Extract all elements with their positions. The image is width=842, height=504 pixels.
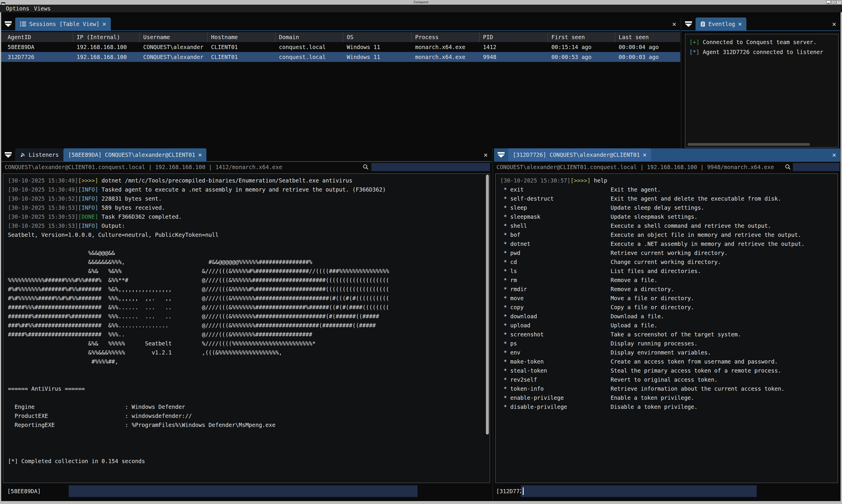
column-header[interactable]: OS <box>343 32 412 42</box>
panel-menu-button[interactable] <box>1 18 15 30</box>
chevron-down-icon <box>685 24 692 27</box>
left-console-output[interactable]: [30-10-2025 15:30:49][>>>>] dotnet /mnt/… <box>3 174 490 483</box>
console-line: [30-10-2025 15:30:52][INFO] 228831 bytes… <box>8 194 490 203</box>
console-line: * bof Execute an object file in memory a… <box>500 230 838 239</box>
splitter-bottom[interactable] <box>493 148 493 501</box>
search-input[interactable] <box>371 163 490 171</box>
window-border-right <box>841 12 842 501</box>
tab-close-icon[interactable]: ✕ <box>643 152 647 158</box>
search-input[interactable] <box>793 163 840 171</box>
console-line: * copy Copy a file or directory. <box>500 303 838 312</box>
cell: monarch.x64.exe <box>412 52 480 62</box>
column-header[interactable]: First seen <box>548 32 615 42</box>
sessions-panel: Sessions [Table View] ✕ ✕ AgentIDIP (Int… <box>1 18 680 148</box>
splitter-top[interactable] <box>681 18 681 148</box>
console-line: * ps Display running processes. <box>500 339 838 348</box>
console-line: * rm Remove a file. <box>500 276 838 285</box>
maximize-button[interactable] <box>831 0 836 4</box>
eventlog-panel: Eventlog ✕ ✕ [+] Connected to Conquest t… <box>682 18 840 148</box>
right-console-output[interactable]: [30-10-2025 15:30:57][>>>>] help * exit … <box>495 174 838 483</box>
menu-options[interactable]: Options <box>6 5 29 12</box>
column-header[interactable]: Last seen <box>615 32 680 42</box>
list-icon <box>20 21 26 27</box>
console-line: [30-10-2025 15:30:53][DONE] Task F366D36… <box>8 212 490 221</box>
agent-context-label: CONQUEST\alexander@CLIENT01.conquest.loc… <box>496 164 774 170</box>
panel-menu-button[interactable] <box>1 148 15 161</box>
right-console-tabbar: [312D7726] CONQUEST\alexander@CLIENT01 ✕… <box>494 148 840 162</box>
column-header[interactable]: IP (Internal) <box>73 32 140 42</box>
minimize-button[interactable] <box>826 0 830 4</box>
menu-bar: Options Views <box>0 5 842 12</box>
sessions-panel-close-icon[interactable]: ✕ <box>672 20 676 28</box>
session-row[interactable]: 312D7726192.168.168.100CONQUEST\alexande… <box>1 52 680 62</box>
right-console-panel-close-icon[interactable]: ✕ <box>832 151 836 159</box>
eventlog-output: [+] Connected to Conquest team server.[*… <box>685 34 839 147</box>
column-header[interactable]: Domain <box>275 32 343 42</box>
console-lines: [30-10-2025 15:30:57][>>>>] help * exit … <box>500 176 838 411</box>
right-console-inputrow: [312D7726] <box>494 485 840 497</box>
console-line <box>8 239 490 249</box>
conquest-window: Conquest ✕ Options Views Sessions [Tabl <box>0 0 842 504</box>
eventlog-tabbar: Eventlog ✕ ✕ <box>682 18 840 31</box>
column-header[interactable]: Username <box>140 32 208 42</box>
close-button[interactable]: ✕ <box>837 0 841 4</box>
console-line: #####%###################### %%%.. @////… <box>8 330 490 339</box>
tab-eventlog[interactable]: Eventlog ✕ <box>695 18 746 30</box>
tab-eventlog-label: Eventlog <box>708 21 735 27</box>
broadcast-icon <box>20 152 26 158</box>
column-header[interactable]: Process <box>412 32 480 42</box>
left-console-vscrollbar[interactable] <box>486 175 489 434</box>
panel-menu-button[interactable] <box>682 18 695 30</box>
console-line: * steal-token Steal the primary access t… <box>500 366 838 375</box>
tab-listeners[interactable]: Listeners <box>15 148 64 161</box>
console-line: &%& %%%%% Seatbelt %////((((%%%%%%%%%%%%… <box>8 339 490 348</box>
console-line: Engine : Windows Defender <box>8 402 490 411</box>
left-console-inputrow: [58EE89DA] <box>1 485 492 497</box>
command-input[interactable] <box>69 485 417 497</box>
tab-sessions[interactable]: Sessions [Table View] ✕ <box>15 18 111 30</box>
cell: 1412 <box>480 42 548 52</box>
cell: 00:15:14 ago <box>548 42 615 52</box>
console-line: [30-10-2025 15:30:53][INFO] 589 bytes re… <box>8 203 490 212</box>
console-line: * download Download a file. <box>500 312 838 321</box>
tab-sessions-label: Sessions [Table View] <box>29 21 99 27</box>
cell: CLIENT01 <box>208 52 275 62</box>
console-line: ProductEXE : windowsdefender:// <box>8 411 490 420</box>
menu-views[interactable]: Views <box>34 5 51 12</box>
cell: conquest.local <box>275 42 343 52</box>
tab-close-icon[interactable]: ✕ <box>102 21 106 27</box>
console-line: [30-10-2025 15:30:49][>>>>] dotnet /mnt/… <box>8 176 490 185</box>
tab-close-icon[interactable]: ✕ <box>198 152 202 158</box>
minimize-icon <box>827 3 829 3</box>
console-lines: [30-10-2025 15:30:49][>>>>] dotnet /mnt/… <box>8 176 490 466</box>
console-line <box>8 438 490 448</box>
console-line: Seatbelt, Version=1.0.0.0, Culture=neutr… <box>8 230 490 239</box>
tab-session-312D7726[interactable]: [312D7726] CONQUEST\alexander@CLIENT01 ✕ <box>508 148 651 161</box>
panel-menu-button[interactable] <box>494 148 508 161</box>
cell: CONQUEST\alexander <box>140 42 208 52</box>
search-icon <box>362 164 369 170</box>
session-row[interactable]: 58EE89DA192.168.168.100CONQUEST\alexande… <box>1 42 680 52</box>
window-controls: ✕ <box>826 0 841 4</box>
tab-close-icon[interactable]: ✕ <box>738 21 742 27</box>
tab-listeners-label: Listeners <box>29 151 59 158</box>
console-line: &&&&&&&%%%, #&&@@@@@@%%%%%%#############… <box>8 257 490 267</box>
column-header[interactable]: PID <box>480 32 548 42</box>
panel-menu-icon <box>685 21 692 23</box>
console-line: * sleep Update sleep delay settings. <box>500 203 838 212</box>
eventlog-panel-close-icon[interactable]: ✕ <box>832 20 836 28</box>
console-line: %%%%%%%%%%%######%%%#%%####% &%%**# @///… <box>8 276 490 285</box>
console-line <box>8 430 490 438</box>
column-header[interactable]: Hostname <box>208 32 275 42</box>
command-input[interactable] <box>521 485 757 497</box>
eventlog-line: [*] Agent 312D7726 connected to listener <box>689 47 838 57</box>
cell: 312D7726 <box>1 52 73 62</box>
cell: 58EE89DA <box>1 42 73 52</box>
chevron-down-icon <box>5 155 12 158</box>
tab-session-58EE89DA[interactable]: [58EE89DA] CONQUEST\alexander@CLIENT01 ✕ <box>64 148 206 161</box>
eventlog-hscrollbar[interactable] <box>688 143 810 146</box>
left-console-panel-close-icon[interactable]: ✕ <box>484 151 488 159</box>
column-header[interactable]: AgentID <box>1 32 73 42</box>
title-bar[interactable]: Conquest ✕ <box>0 0 842 5</box>
cell: 00:00:53 ago <box>548 52 615 62</box>
